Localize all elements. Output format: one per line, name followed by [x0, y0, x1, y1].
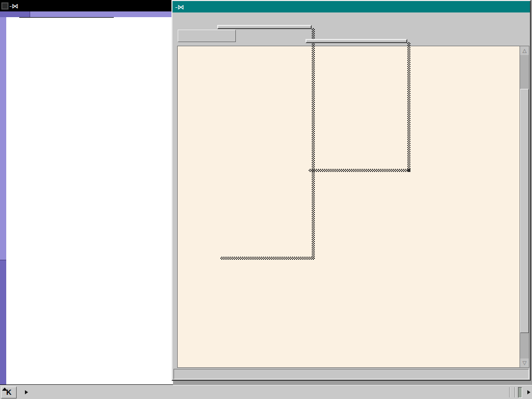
- special-character-submenu: [305, 39, 407, 43]
- xdvi-vertical-scrollbar[interactable]: [0, 17, 6, 384]
- menu-shadow: [220, 257, 315, 260]
- iconify-marker-icon: -⋈: [9, 2, 19, 10]
- menu-shadow: [309, 169, 410, 172]
- panel-arrow-icon: [2, 388, 7, 391]
- desktop: -⋈ -⋈ △ ▽: [0, 0, 532, 399]
- panel-separator: [509, 387, 511, 397]
- paragraph-style-combo[interactable]: [178, 30, 236, 42]
- document-scrollbar[interactable]: △ ▽: [520, 46, 529, 368]
- iconify-marker-icon: -⋈: [175, 3, 184, 11]
- menu-shadow: [407, 42, 410, 172]
- xdvi-window-icon: [2, 3, 8, 9]
- k-menu-button[interactable]: K: [1, 387, 17, 398]
- scroll-up-arrow-icon[interactable]: △: [520, 46, 529, 55]
- xdvi-hscroll-thumb[interactable]: [30, 11, 173, 17]
- xdvi-horizontal-scrollbar[interactable]: [0, 11, 173, 17]
- taskbar-panel: K: [0, 385, 532, 399]
- insert-dropdown-menu: [217, 25, 312, 29]
- scrollbar-thumb[interactable]: [520, 89, 529, 333]
- xdvi-titlebar[interactable]: -⋈: [0, 0, 173, 11]
- xdvi-window: -⋈: [0, 0, 173, 385]
- panel-hide-arrow-icon[interactable]: [526, 387, 531, 398]
- scroll-down-arrow-icon[interactable]: ▽: [520, 358, 529, 367]
- document-edit-area[interactable]: [177, 46, 520, 368]
- lyx-titlebar[interactable]: -⋈: [172, 1, 530, 12]
- lyx-menubar: [172, 12, 530, 25]
- lcd-clock: [518, 387, 522, 398]
- panel-separator: [514, 387, 516, 397]
- menu-shadow: [312, 28, 315, 260]
- lyx-window: -⋈ △ ▽: [171, 0, 531, 381]
- footnote-rule: [19, 17, 114, 18]
- xdvi-page-view: [6, 17, 173, 384]
- tasklist-expand-arrow-icon[interactable]: [24, 387, 29, 398]
- status-bar: [174, 369, 529, 379]
- xdvi-vscroll-thumb[interactable]: [0, 17, 6, 260]
